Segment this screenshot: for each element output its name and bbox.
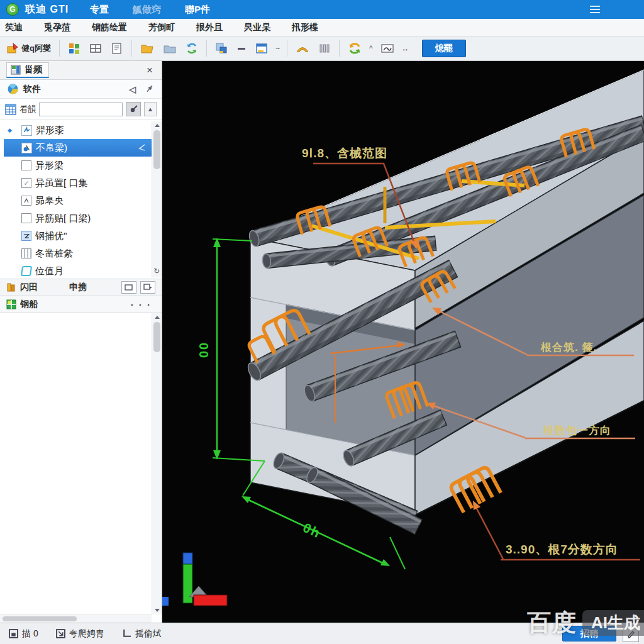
toolbar-separator [59, 40, 60, 57]
columns-icon [318, 42, 331, 55]
menu-item-4[interactable]: 芳倒町 [148, 22, 175, 33]
menu-item-3[interactable]: 钢筋绘置 [92, 22, 127, 33]
open-folder-button[interactable] [138, 40, 157, 57]
checkbox-checked-icon[interactable]: ✓ [21, 178, 31, 188]
refresh-model-button[interactable] [345, 40, 364, 57]
document-button[interactable] [108, 40, 126, 57]
toolbar-separator [339, 40, 340, 57]
panel-dropdown-caret[interactable]: ~ [274, 44, 281, 53]
status-item-polar[interactable]: 摇偷烒 [122, 628, 162, 640]
scroll-up-icon[interactable] [155, 316, 160, 319]
layers-button[interactable] [213, 40, 230, 57]
menu-item-6[interactable]: 昗业杲 [244, 22, 270, 33]
panel-icon [255, 42, 268, 55]
menu-item-5[interactable]: 拫外且 [196, 22, 223, 33]
status-item-snap[interactable]: 描 0 [9, 628, 38, 640]
layers-icon [215, 42, 228, 55]
angle-icon [122, 629, 131, 638]
property-scrollbar[interactable] [152, 313, 162, 614]
cyan-box-icon [21, 266, 32, 276]
title-menu-1[interactable]: 专置 [90, 4, 109, 16]
checkbox-empty-icon[interactable] [21, 160, 31, 170]
checkbox-glyph-icon[interactable] [21, 196, 31, 206]
property-list-empty-area [0, 313, 162, 623]
menu-item-1[interactable]: 笶迪 [5, 22, 23, 33]
collapse-button[interactable] [234, 40, 249, 57]
grid-view-button[interactable] [87, 40, 104, 57]
annotation-bottom-label: 3..90、根7分数方向 [506, 543, 618, 556]
pan-arrows-icon[interactable]: ↔ [401, 44, 411, 53]
rebar-section-header[interactable]: 钢船 · · · [0, 296, 162, 313]
scroll-up-icon[interactable] [155, 124, 160, 127]
sync-icon [186, 42, 198, 55]
view-flag-button[interactable] [140, 281, 155, 294]
panel-layout-button[interactable] [253, 40, 270, 57]
status-item-label: 夸爬娉胄 [69, 628, 104, 640]
refresh-green-icon [348, 42, 362, 55]
horizontal-scrollbar[interactable] [0, 614, 152, 623]
scrollbar-thumb[interactable] [3, 616, 77, 621]
folder-icon [163, 42, 177, 55]
filter-options-button[interactable] [126, 102, 141, 116]
annotate-button[interactable] [378, 40, 397, 57]
menu-item-7[interactable]: 扟形楪 [292, 22, 318, 33]
status-item-ortho[interactable]: 夸爬娉胄 [56, 628, 104, 640]
component-tree: ◆ 羿形桼 不帛梁) 异形梁 ✓ 异虽置[ 口集 [0, 120, 162, 279]
attributes-row: 闪田 申携 [0, 279, 162, 296]
more-options-icon[interactable]: · · · [131, 299, 152, 310]
tree-item-2-selected[interactable]: 不帛梁) [4, 139, 152, 157]
hamburger-menu-icon[interactable] [590, 6, 600, 13]
tree-item-8[interactable]: 冬凿桩絫 [0, 245, 162, 262]
sidebar-tab-components[interactable]: 甾频 [6, 62, 49, 78]
annotate-pen-button[interactable] [623, 626, 639, 642]
annotation-right-label-1: 根合筑. 箍. [540, 341, 597, 353]
attributes-label[interactable]: 闪田 [20, 282, 38, 293]
signature-icon [380, 42, 394, 55]
new-project-button[interactable]: 健q阿燮 [4, 40, 53, 57]
columns-button[interactable] [316, 40, 333, 57]
status-item-label: 描 0 [22, 628, 38, 640]
roof-icon [296, 42, 309, 55]
sidebar-tab-bar: 甾频 × [0, 61, 162, 80]
tree-item-5[interactable]: 昴皋央 [0, 192, 162, 209]
folder-button[interactable] [160, 40, 179, 57]
application-window: G 联迪 GTI 专置 觚做窍 聯P件 笶迪 兎孕菹 钢筋绘置 芳倒町 拫外且 … [0, 0, 644, 644]
title-menu-2[interactable]: 觚做窍 [133, 4, 161, 16]
tree-item-6[interactable]: 异筋贴[ 口梁) [0, 209, 162, 227]
refresh-dropdown-caret[interactable]: ^ [368, 44, 374, 53]
run-button[interactable]: 熄罷 [422, 40, 466, 57]
minus-icon [236, 42, 247, 55]
shell-button[interactable] [293, 40, 312, 57]
3d-viewport-canvas[interactable]: 00 0h 9Ⅰ.8、含械范图 根 [162, 61, 644, 623]
confirm-button[interactable]: 招稍 [562, 626, 616, 641]
viewport-3d[interactable]: 00 0h 9Ⅰ.8、含械范图 根 [162, 61, 644, 623]
scrollbar-thumb[interactable] [153, 130, 160, 169]
tree-item-9[interactable]: 位值月 [0, 262, 162, 280]
tree-item-label: 昴皋央 [35, 195, 64, 207]
tree-item-7[interactable]: 钢捕优'' [0, 227, 162, 245]
close-panel-icon[interactable]: × [144, 65, 155, 75]
filter-label: 看韻 [19, 104, 36, 115]
sidebar-panel: 甾频 × 软件 ◁ 看韻 ▲ ◆ [0, 61, 162, 623]
sync-button[interactable] [183, 40, 201, 57]
view-mode-button[interactable] [121, 281, 136, 294]
scroll-down-icon[interactable] [155, 609, 160, 612]
attributes-sub-label[interactable]: 申携 [69, 282, 87, 293]
refresh-list-icon[interactable]: ↻ [153, 267, 160, 275]
filter-input[interactable] [39, 103, 123, 116]
tree-scrollbar[interactable]: ↻ [152, 121, 162, 277]
tree-item-4[interactable]: ✓ 异虽置[ 口集 [0, 174, 162, 192]
tree-item-3[interactable]: 异形梁 [0, 157, 162, 174]
scrollbar-thumb[interactable] [153, 322, 160, 352]
document-icon [111, 42, 123, 55]
checkbox-empty-icon[interactable] [21, 213, 31, 223]
collapse-list-button[interactable]: ▲ [144, 102, 157, 116]
pin-icon[interactable] [145, 84, 154, 94]
tree-item-label: 异形梁 [35, 160, 64, 172]
status-item-label: 摇偷烒 [135, 628, 162, 640]
tree-item-1[interactable]: ◆ 羿形桼 [0, 121, 162, 139]
title-menu-3[interactable]: 聯P件 [185, 4, 210, 16]
modules-button[interactable] [65, 40, 83, 57]
back-arrow-icon[interactable]: ◁ [129, 84, 136, 94]
menu-item-2[interactable]: 兎孕菹 [44, 22, 70, 33]
